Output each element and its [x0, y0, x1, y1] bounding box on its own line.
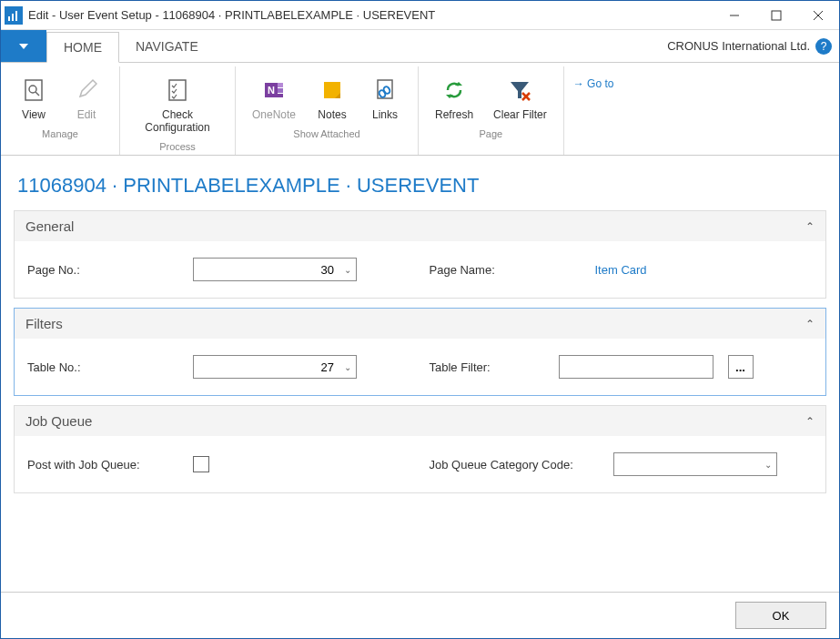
- page-no-label: Page No.:: [27, 263, 182, 277]
- svg-line-10: [35, 92, 39, 96]
- ok-button[interactable]: OK: [735, 602, 826, 629]
- fasttab-header-jobqueue[interactable]: Job Queue ⌃: [15, 406, 825, 436]
- svg-point-20: [378, 89, 386, 98]
- svg-text:N: N: [268, 85, 275, 96]
- ribbon-group-attached: N OneNote Notes Links Show Atta: [236, 66, 419, 155]
- edit-icon: [70, 74, 103, 106]
- svg-rect-15: [278, 88, 283, 93]
- goto-link[interactable]: → Go to: [564, 66, 623, 155]
- check-config-button[interactable]: Check Configuration: [129, 70, 226, 137]
- ribbon: View Edit Manage Check Configuration: [1, 63, 839, 156]
- svg-rect-11: [169, 80, 186, 100]
- svg-point-21: [382, 86, 390, 95]
- close-button[interactable]: [797, 1, 839, 30]
- ribbon-group-process: Check Configuration Process: [120, 66, 236, 155]
- fasttab-jobqueue: Job Queue ⌃ Post with Job Queue: Job Que…: [14, 405, 826, 493]
- clear-filter-button[interactable]: Clear Filter: [486, 70, 554, 125]
- links-icon: [369, 74, 401, 106]
- refresh-icon: [438, 74, 471, 106]
- company-name: CRONUS International Ltd.: [667, 39, 810, 53]
- fasttab-header-general[interactable]: General ⌃: [15, 211, 825, 241]
- page-name-link[interactable]: Item Card: [595, 263, 647, 277]
- maximize-button[interactable]: [755, 1, 797, 30]
- table-filter-input[interactable]: [559, 355, 713, 379]
- svg-rect-2: [15, 11, 17, 21]
- links-button[interactable]: Links: [361, 70, 409, 125]
- page-title: 11068904 · PRINTLABELEXAMPLE · USEREVENT: [1, 156, 839, 210]
- tab-home[interactable]: HOME: [46, 32, 119, 63]
- fasttab-general: General ⌃ Page No.: ⌄ Page Name: Item Ca…: [14, 210, 826, 299]
- fasttab-filters: Filters ⌃ Table No.: ⌄ Table Filter: ...: [14, 308, 826, 396]
- page-content: General ⌃ Page No.: ⌄ Page Name: Item Ca…: [1, 210, 839, 592]
- svg-point-9: [29, 86, 36, 93]
- notes-icon: [316, 74, 349, 106]
- ribbon-group-label: Process: [159, 137, 196, 155]
- ribbon-group-manage: View Edit Manage: [1, 66, 120, 155]
- clear-filter-icon: [503, 74, 536, 106]
- chevron-up-icon: ⌃: [805, 220, 815, 233]
- checklist-icon: [161, 74, 194, 106]
- refresh-button[interactable]: Refresh: [428, 70, 481, 125]
- svg-rect-0: [8, 16, 10, 21]
- tab-navigate[interactable]: NAVIGATE: [119, 30, 216, 62]
- edit-button[interactable]: Edit: [63, 70, 110, 125]
- page-no-input[interactable]: [193, 258, 357, 281]
- onenote-button[interactable]: N OneNote: [245, 70, 303, 125]
- svg-rect-16: [278, 94, 283, 97]
- window-controls: [713, 1, 839, 30]
- company-indicator: CRONUS International Ltd. ?: [667, 30, 839, 62]
- title-bar: Edit - User Event Setup - 11068904 · PRI…: [1, 1, 839, 30]
- ribbon-group-label: Page: [480, 125, 503, 142]
- fasttab-header-filters[interactable]: Filters ⌃: [15, 309, 825, 339]
- arrow-right-icon: →: [573, 77, 587, 90]
- svg-rect-8: [25, 80, 42, 100]
- ribbon-group-label: Manage: [42, 125, 78, 142]
- table-filter-label: Table Filter:: [430, 360, 548, 374]
- table-no-input[interactable]: [193, 355, 357, 379]
- svg-rect-14: [278, 83, 283, 87]
- onenote-icon: N: [258, 74, 290, 106]
- app-menu-button[interactable]: [1, 30, 46, 62]
- ribbon-group-label: Show Attached: [293, 125, 359, 142]
- chevron-up-icon: ⌃: [805, 415, 815, 428]
- footer: OK: [1, 592, 839, 638]
- notes-button[interactable]: Notes: [309, 70, 356, 125]
- ribbon-tabs: HOME NAVIGATE CRONUS International Ltd. …: [1, 30, 839, 63]
- page-name-label: Page Name:: [430, 263, 584, 277]
- view-button[interactable]: View: [10, 70, 57, 125]
- app-window: Edit - User Event Setup - 11068904 · PRI…: [0, 0, 840, 639]
- app-icon: [5, 6, 23, 25]
- svg-rect-4: [772, 11, 781, 20]
- ribbon-group-page: Refresh Clear Filter Page: [419, 66, 564, 155]
- help-icon[interactable]: ?: [815, 38, 832, 55]
- svg-marker-7: [19, 44, 28, 49]
- jobqueue-category-select[interactable]: [613, 452, 777, 476]
- table-filter-assist-button[interactable]: ...: [728, 355, 754, 379]
- post-jobqueue-label: Post with Job Queue:: [27, 458, 182, 472]
- table-no-label: Table No.:: [27, 360, 182, 374]
- svg-rect-1: [12, 14, 14, 21]
- post-jobqueue-checkbox[interactable]: [193, 456, 209, 472]
- jobqueue-category-label: Job Queue Category Code:: [430, 458, 602, 472]
- chevron-up-icon: ⌃: [805, 318, 815, 330]
- view-icon: [17, 74, 50, 106]
- window-title: Edit - User Event Setup - 11068904 · PRI…: [28, 8, 713, 22]
- minimize-button[interactable]: [713, 1, 755, 30]
